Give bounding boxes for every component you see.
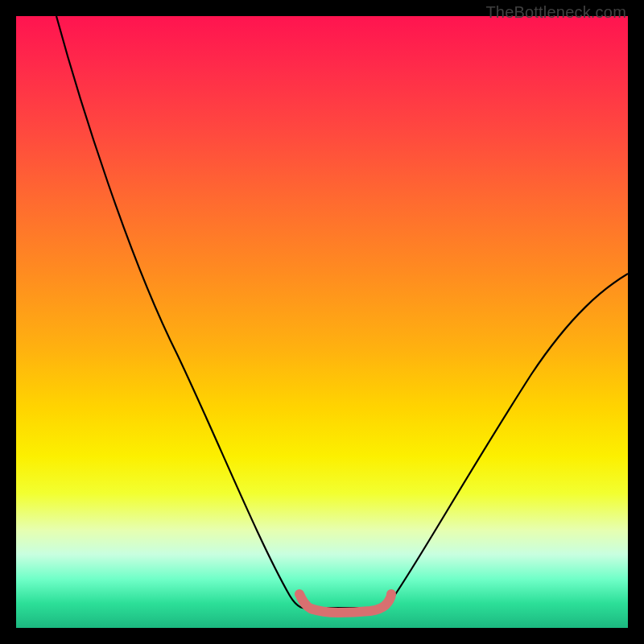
chart-svg — [16, 16, 628, 628]
optimal-zone-marker — [299, 594, 391, 613]
gradient-plot-area — [16, 16, 628, 628]
bottleneck-curve — [56, 16, 628, 609]
watermark-text: TheBottleneck.com — [485, 3, 626, 22]
